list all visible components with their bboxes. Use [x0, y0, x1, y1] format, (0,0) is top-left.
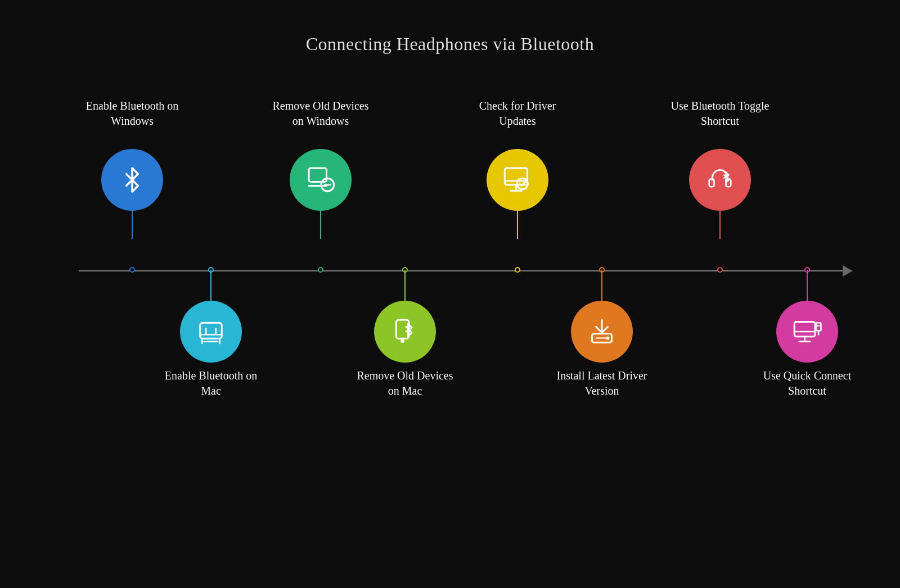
svg-rect-25 [816, 323, 821, 331]
timeline-dot-toggle-shortcut [717, 267, 723, 273]
icon-circle-install-driver [571, 301, 633, 363]
svg-rect-8 [396, 320, 409, 338]
timeline-dot-check-driver [515, 267, 520, 273]
timeline [79, 270, 844, 272]
step-label-remove-win: Remove Old Devices on Windows [270, 98, 371, 129]
svg-point-17 [606, 337, 609, 339]
timeline-dot-remove-win [318, 267, 323, 273]
step-label-toggle-shortcut: Use Bluetooth Toggle Shortcut [669, 98, 771, 129]
connector-enable-mac [210, 270, 212, 301]
diagram-area: Enable Bluetooth on Windows Enable Bluet… [45, 90, 866, 543]
icon-circle-remove-mac [374, 301, 436, 363]
icon-circle-enable-mac [180, 301, 242, 363]
svg-point-9 [401, 340, 404, 342]
svg-rect-21 [794, 322, 815, 337]
connector-install-driver [601, 270, 602, 301]
icon-circle-toggle-shortcut [689, 149, 751, 211]
icon-circle-quick-connect [776, 301, 838, 363]
step-label-check-driver: Check for Driver Updates [467, 98, 568, 129]
step-label-quick-connect: Use Quick Connect Shortcut [757, 368, 858, 399]
step-label-remove-mac: Remove Old Devices on Mac [354, 368, 456, 399]
main-container: Connecting Headphones via Bluetooth Enab… [0, 0, 900, 588]
step-label-enable-win: Enable Bluetooth on Windows [82, 98, 183, 129]
connector-remove-mac [404, 270, 406, 301]
svg-rect-0 [200, 323, 222, 338]
step-label-enable-mac: Enable Bluetooth on Mac [160, 368, 262, 399]
connector-quick-connect [807, 270, 808, 301]
step-label-install-driver: Install Latest Driver Version [551, 368, 652, 399]
timeline-dot-enable-win [129, 267, 135, 273]
icon-circle-remove-win [290, 149, 352, 211]
icon-circle-enable-win [101, 149, 163, 211]
icon-circle-check-driver [487, 149, 548, 211]
page-title: Connecting Headphones via Bluetooth [0, 0, 900, 55]
